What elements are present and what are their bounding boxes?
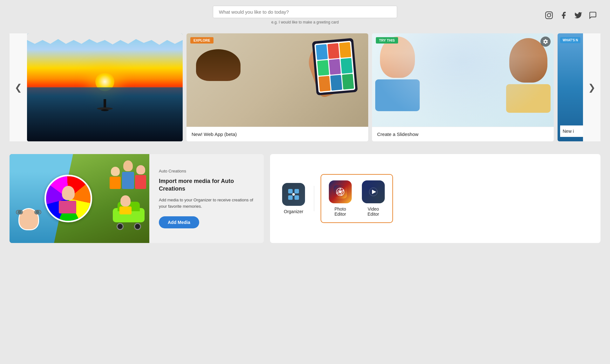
partial-card[interactable]: WHAT'S N New i (558, 33, 583, 141)
carousel-items: EXPLORE (27, 33, 583, 141)
apps-selected-box: Photo Editor (321, 174, 393, 223)
slideshow-title: Create a Slideshow (377, 131, 418, 137)
svg-rect-5 (288, 195, 293, 200)
web-app-background (186, 33, 368, 127)
search-hint: e.g. I would like to make a greeting car… (271, 20, 339, 24)
svg-rect-3 (288, 189, 293, 193)
photo-editor-app-item[interactable]: Photo Editor (326, 178, 354, 219)
svg-rect-4 (295, 189, 299, 193)
auto-creations-label: Auto Creations (159, 169, 254, 173)
facebook-icon[interactable] (559, 11, 568, 20)
add-media-button[interactable]: Add Media (159, 216, 199, 228)
header: e.g. I would like to make a greeting car… (0, 0, 610, 30)
photo-editor-icon (329, 180, 352, 203)
instagram-icon[interactable] (545, 11, 553, 20)
web-app-image: EXPLORE (186, 33, 368, 127)
organizer-icon (282, 183, 305, 206)
svg-point-18 (339, 191, 342, 193)
web-app-card-footer: New! Web App (beta) (186, 127, 368, 141)
carousel-nav-right[interactable]: ❯ (583, 33, 600, 141)
slideshow-card-footer: Create a Slideshow (372, 127, 554, 141)
auto-creations-text: Auto Creations Import more media for Aut… (149, 154, 264, 243)
hero-card[interactable] (27, 33, 183, 141)
organizer-label: Organizer (284, 209, 303, 214)
web-app-card[interactable]: EXPLORE (186, 33, 368, 141)
search-input[interactable] (213, 6, 397, 18)
main-content: ❮ (0, 30, 610, 256)
chevron-right-icon: ❯ (588, 82, 595, 93)
svg-point-1 (547, 13, 551, 17)
video-editor-app-item[interactable]: Video Editor (359, 178, 387, 219)
auto-creations-description: Add media to your Organizer to receive c… (159, 197, 254, 209)
hero-image (27, 33, 183, 141)
search-area: e.g. I would like to make a greeting car… (13, 6, 597, 24)
svg-point-7 (292, 193, 295, 196)
carousel-nav-left[interactable]: ❮ (10, 33, 27, 141)
chat-icon[interactable] (588, 11, 597, 20)
auto-creations-images (10, 154, 149, 243)
bottom-section: Auto Creations Import more media for Aut… (10, 154, 600, 243)
auto-creations-title: Import more media for Auto Creations (159, 177, 254, 193)
carousel-section: ❮ (10, 33, 600, 141)
apps-divider (314, 186, 314, 211)
apps-panel: Organizer (270, 154, 600, 243)
svg-rect-6 (295, 195, 299, 200)
photo-editor-label: Photo Editor (335, 206, 346, 217)
whats-new-badge: WHAT'S N (560, 37, 580, 43)
twitter-icon[interactable] (574, 11, 583, 20)
slideshow-card[interactable]: TRY THIS (372, 33, 554, 141)
partial-card-title: New i (560, 125, 583, 137)
header-icons (545, 11, 597, 20)
auto-creations-panel: Auto Creations Import more media for Aut… (10, 154, 264, 243)
partial-card-bg (558, 33, 583, 141)
video-editor-icon (362, 180, 385, 203)
slideshow-image: TRY THIS (372, 33, 554, 127)
svg-rect-0 (546, 12, 552, 19)
explore-badge: EXPLORE (190, 37, 214, 44)
chevron-left-icon: ❮ (15, 82, 22, 93)
organizer-app-item[interactable]: Organizer (280, 180, 308, 217)
web-app-title: New! Web App (beta) (192, 131, 237, 137)
svg-point-2 (551, 13, 552, 14)
try-this-badge: TRY THIS (376, 37, 398, 44)
video-editor-label: Video Editor (368, 206, 379, 217)
